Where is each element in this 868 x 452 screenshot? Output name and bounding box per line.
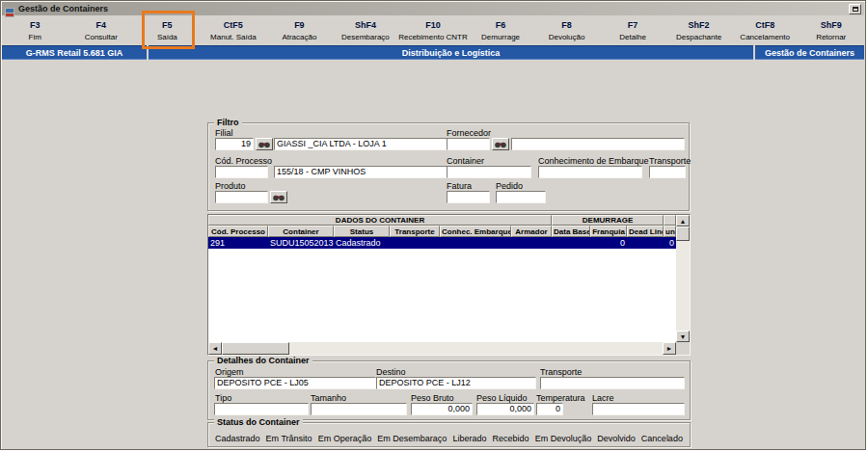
lacre-field[interactable] (592, 403, 685, 415)
transporte-input[interactable] (649, 166, 686, 178)
filter-group: Filtro Filial 19 GIASSI _CIA LTDA - LOJA… (207, 122, 690, 211)
filial-search-button[interactable] (256, 138, 273, 150)
toolbar-button-despachante[interactable]: ShF2Despachante (665, 15, 732, 45)
vertical-scroll-thumb[interactable] (676, 226, 690, 241)
toolbar-key: F8 (533, 20, 600, 30)
filial-name-field: GIASSI _CIA LTDA - LOJA 1 (274, 138, 449, 150)
horizontal-scroll-thumb[interactable] (222, 342, 289, 355)
toolbar-key: CtF5 (201, 20, 267, 30)
cell-franquia: 0 (590, 237, 627, 249)
pedido-input[interactable] (496, 191, 546, 203)
toolbar-button-desembaraco[interactable]: ShF4Desembaraço (333, 15, 399, 45)
status-item-em-transito: Em Trânsito (266, 434, 312, 443)
header-app-version: G-RMS Retail 5.681 GIA (2, 45, 147, 60)
table-row[interactable]: 291 SUDU15052013142 Cadastrado 0 0 (208, 237, 676, 249)
container-table: DADOS DO CONTAINER DEMURRAGE Cód. Proces… (207, 214, 691, 356)
column-header-status: Status (334, 226, 390, 237)
column-header-container: Container (268, 226, 334, 237)
toolbar-label: Desembaraço (333, 33, 399, 42)
scroll-up-button[interactable]: ▲ (676, 215, 690, 226)
toolbar-button-consultar[interactable]: F4Consultar (68, 15, 135, 45)
filial-code-input[interactable]: 19 (215, 138, 254, 150)
toolbar-button-cancelamento[interactable]: CtF8Cancelamento (732, 15, 799, 45)
filter-group-title: Filtro (214, 118, 242, 128)
status-item-em-desembaraco: Em Desembaraço (377, 434, 447, 443)
status-group-title: Status do Container (214, 417, 303, 428)
toolbar-label: Devolução (533, 33, 600, 42)
toolbar-button-atracacao[interactable]: F9Atracação (266, 15, 333, 45)
produto-input[interactable] (215, 191, 268, 203)
fatura-input[interactable] (447, 191, 490, 203)
tamanho-field[interactable] (311, 403, 407, 415)
scroll-left-button[interactable]: ◄ (208, 342, 222, 355)
peso-liquido-field[interactable]: 0,000 (476, 403, 534, 415)
destino-field[interactable]: DEPOSITO PCE - LJ12 (376, 377, 536, 389)
toolbar-label: Despachante (665, 33, 732, 42)
toolbar-key: F4 (68, 20, 135, 30)
toolbar-label: Atracação (266, 33, 333, 42)
toolbar-button-recebimento-cntr[interactable]: F10Recebimento CNTR (398, 15, 468, 45)
binoculars-icon (258, 141, 270, 148)
toolbar-label: Consultar (68, 33, 135, 42)
toolbar-label: Manut. Saída (201, 33, 267, 42)
toolbar-key: F10 (398, 20, 468, 30)
cell-transporte (390, 237, 440, 249)
status-item-recebido: Recebido (493, 434, 529, 443)
app-window: Gestão de Containers F3Fim F4Consultar F… (0, 0, 866, 450)
column-header-cod-processo: Cód. Processo (208, 226, 268, 237)
group-header-dados: DADOS DO CONTAINER (208, 215, 552, 226)
toolbar-button-retornar[interactable]: ShF9Retornar (798, 15, 864, 45)
cod-processo-input[interactable] (215, 166, 268, 178)
toolbar-label: Cancelamento (732, 33, 799, 42)
horizontal-scrollbar[interactable]: ◄ ► (208, 342, 676, 355)
transporte-detail-field[interactable] (540, 377, 685, 389)
scroll-right-button[interactable]: ► (663, 342, 676, 355)
peso-bruto-label: Peso Bruto (411, 393, 454, 403)
title-bar[interactable]: Gestão de Containers (2, 2, 864, 15)
cell-container: SUDU15052013142 (268, 237, 334, 249)
conhecimento-embarque-input[interactable] (538, 166, 642, 178)
toolbar-key: ShF2 (665, 20, 732, 30)
destino-label: Destino (376, 367, 406, 377)
cell-cod-processo: 291 (208, 237, 268, 249)
tipo-field[interactable] (214, 403, 309, 415)
toolbar-button-manut-saida[interactable]: CtF5Manut. Saída (201, 15, 267, 45)
toolbar-button-fim[interactable]: F3Fim (2, 15, 68, 45)
toolbar-key: F9 (266, 20, 333, 30)
lacre-label: Lacre (592, 393, 614, 403)
produto-search-button[interactable] (270, 191, 287, 203)
cell-status: Cadastrado (334, 237, 390, 249)
filial-label: Filial (215, 128, 233, 138)
toolbar: F3Fim F4Consultar F5Saída CtF5Manut. Saí… (2, 15, 864, 45)
transporte-label: Transporte (649, 156, 691, 166)
status-group: Status do Container Cadastrado Em Trânsi… (207, 422, 691, 447)
window-control-button[interactable] (849, 4, 861, 14)
toolbar-key: F6 (468, 20, 534, 30)
header-screen-name: Gestão de Containers (755, 45, 864, 60)
status-item-liberado: Liberado (452, 434, 486, 443)
cell-conhec-embarque (440, 237, 511, 249)
toolbar-button-detalhe[interactable]: F7Detalhe (600, 15, 666, 45)
fornecedor-search-button[interactable] (492, 138, 509, 150)
origem-field[interactable]: DEPOSITO PCE - LJ05 (214, 377, 376, 389)
highlight-annotation (142, 11, 195, 49)
tamanho-label: Tamanho (311, 393, 346, 403)
scroll-down-button[interactable]: ▼ (676, 331, 690, 342)
toolbar-button-devolucao[interactable]: F8Devolução (533, 15, 600, 45)
toolbar-key: F3 (2, 20, 68, 30)
pedido-label: Pedido (496, 181, 523, 191)
container-input[interactable] (447, 166, 531, 178)
binoculars-icon (495, 141, 506, 148)
transporte-detail-label: Transporte (540, 367, 582, 377)
app-icon[interactable] (5, 4, 14, 13)
cell-data-base (552, 237, 590, 249)
toolbar-button-demurrage[interactable]: F6Demurrage (468, 15, 534, 45)
toolbar-label: Fim (2, 33, 68, 42)
vertical-scrollbar[interactable]: ▲ ▼ (676, 215, 690, 342)
temperatura-field[interactable]: 0 (536, 403, 563, 415)
cod-processo-label: Cód. Processo (215, 156, 272, 166)
peso-bruto-field[interactable]: 0,000 (411, 403, 473, 415)
fornecedor-code-input[interactable] (447, 138, 490, 150)
column-header-franquia: Franquia (590, 226, 627, 237)
status-item-cancelado: Cancelado (641, 434, 683, 443)
